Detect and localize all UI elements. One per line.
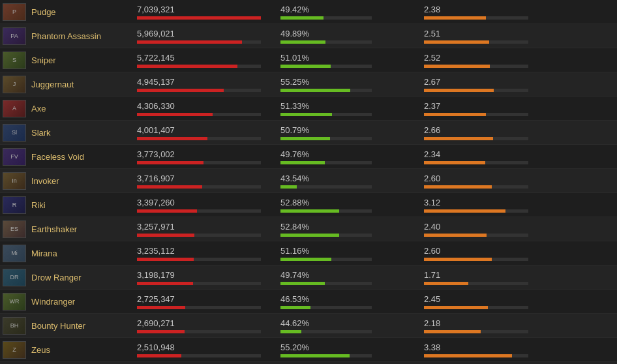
kda-cell: 2.60 [417,246,548,261]
kda-cell: 2.38 [417,5,548,20]
kda-cell: 3.38 [417,342,548,357]
matches-cell: 5,722,145 [130,53,274,68]
kda-bar-bg [424,306,528,309]
table-row[interactable]: ES Earthshaker 3,257,971 52.84% 2.40 [0,217,617,241]
kda-bar [424,306,488,309]
kda-bar-bg [424,258,528,261]
hero-name: Slark [31,128,51,138]
matches-value: 3,773,002 [137,149,274,159]
kda-value: 2.66 [424,125,548,135]
matches-value: 5,969,021 [137,29,274,38]
winrate-cell: 49.89% [274,29,417,44]
kda-value: 3.38 [424,342,548,352]
kda-cell: 2.52 [417,53,548,68]
kda-bar-bg [424,282,528,285]
kda-value: 2.52 [424,53,548,63]
avatar-letter: R [12,202,17,208]
hero-name: Earthshaker [31,224,77,234]
matches-bar [137,282,193,285]
matches-value: 2,510,948 [137,342,274,352]
table-row[interactable]: WR Windranger 2,725,347 46.53% 2.45 [0,290,617,314]
kda-bar [424,185,492,189]
table-row[interactable]: In Invoker 3,716,907 43.54% 2.60 [0,169,617,193]
winrate-bar-bg [280,137,372,140]
winrate-bar [280,354,350,357]
avatar-letter: P [12,8,16,15]
matches-bar-bg [137,306,261,309]
table-row[interactable]: J Juggernaut 4,945,137 55.25% 2.67 [0,72,617,97]
table-row[interactable]: BH Bounty Hunter 2,690,271 44.62% 2.18 [0,314,617,338]
matches-bar [137,354,181,357]
hero-avatar: R [3,196,26,214]
hero-avatar: Sl [3,124,26,142]
matches-cell: 4,001,407 [130,125,274,140]
table-row[interactable]: Mi Mirana 3,235,112 51.16% 2.60 [0,241,617,265]
winrate-bar [280,113,332,116]
kda-bar-bg [424,40,528,44]
kda-bar [424,209,505,213]
matches-bar [137,234,194,237]
avatar-letter: FV [10,153,18,160]
winrate-value: 55.25% [280,77,417,87]
hero-cell: A Axe [0,100,130,117]
table-row[interactable]: PA Phantom Assassin 5,969,021 49.89% 2.5… [0,24,617,48]
table-row[interactable]: FV Faceless Void 3,773,002 49.76% 2.34 [0,145,617,169]
winrate-cell: 51.16% [274,246,417,261]
winrate-bar-bg [280,185,372,189]
kda-bar-bg [424,209,528,213]
hero-avatar: DR [3,269,26,286]
winrate-bar-bg [280,40,372,44]
hero-avatar: P [3,3,26,21]
kda-value: 2.34 [424,149,548,159]
matches-cell: 3,235,112 [130,246,274,261]
avatar-letter: A [12,105,16,112]
hero-avatar: ES [3,220,26,238]
matches-bar-bg [137,89,261,92]
winrate-cell: 51.33% [274,101,417,116]
table-row[interactable]: A Axe 4,306,330 51.33% 2.37 [0,97,617,121]
kda-bar-bg [424,65,528,68]
hero-name: Juggernaut [31,80,74,89]
matches-value: 4,945,137 [137,77,274,87]
kda-value: 2.38 [424,5,548,14]
hero-name: Riki [31,200,46,210]
matches-bar [137,113,213,116]
matches-cell: 2,690,271 [130,318,274,333]
kda-bar [424,113,486,116]
matches-bar [137,161,203,164]
winrate-cell: 44.62% [274,318,417,333]
avatar-letter: J [13,81,16,87]
avatar-letter: ES [10,226,18,232]
table-row[interactable]: DR Drow Ranger 3,198,179 49.74% 1.71 [0,265,617,290]
table-row[interactable]: P Pudge 7,039,321 49.42% 2.38 [0,0,617,24]
winrate-bar [280,40,325,44]
kda-cell: 1.71 [417,270,548,285]
matches-bar-bg [137,354,261,357]
winrate-bar-bg [280,89,372,92]
winrate-bar-bg [280,65,372,68]
table-row[interactable]: Z Zeus 2,510,948 55.20% 3.38 [0,338,617,362]
kda-bar [424,234,487,237]
matches-bar [137,16,261,20]
winrate-bar [280,282,325,285]
winrate-bar-bg [280,234,372,237]
winrate-bar [280,330,301,333]
winrate-bar [280,161,325,164]
winrate-cell: 52.84% [274,222,417,237]
table-row[interactable]: R Riki 3,397,260 52.88% 3.12 [0,193,617,217]
table-row[interactable]: Sl Slark 4,001,407 50.79% 2.66 [0,121,617,145]
table-row[interactable]: S Sniper 5,722,145 51.01% 2.52 [0,48,617,72]
hero-cell: PA Phantom Assassin [0,27,130,45]
winrate-bar [280,89,350,92]
kda-bar-bg [424,89,528,92]
kda-cell: 2.67 [417,77,548,92]
matches-bar-bg [137,65,261,68]
avatar-letter: S [12,57,16,63]
matches-bar-bg [137,161,261,164]
kda-bar [424,258,492,261]
kda-bar [424,354,512,357]
kda-bar-bg [424,354,528,357]
hero-avatar: Mi [3,245,26,262]
hero-cell: ES Earthshaker [0,220,130,238]
hero-cell: P Pudge [0,3,130,21]
